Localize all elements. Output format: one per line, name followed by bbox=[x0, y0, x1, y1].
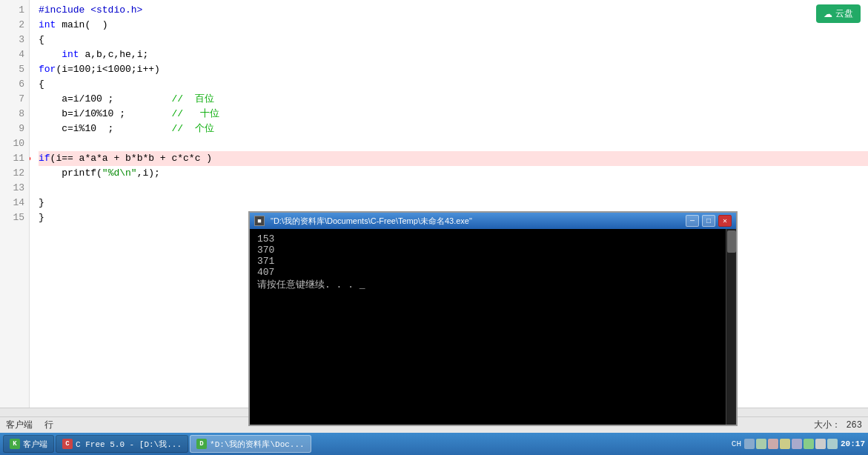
taskbar-label-terminal: *D:\我的资料库\Doc... bbox=[210, 439, 305, 450]
code-line-2: int main( ) bbox=[39, 18, 868, 33]
taskbar-icon-kehu: K bbox=[10, 439, 20, 449]
status-right: 大小： 263 bbox=[814, 419, 862, 431]
code-line-7: a=i/100 ; // 百位 bbox=[39, 92, 868, 107]
tray-icon-5 bbox=[792, 439, 802, 449]
code-line-8: b=i/10%10 ; // 十位 bbox=[39, 107, 868, 122]
terminal-line-3: 371 bbox=[257, 256, 729, 267]
taskbar-label-kehu: 客户端 bbox=[23, 439, 47, 450]
tray-icon-4 bbox=[780, 439, 790, 449]
code-line-10 bbox=[39, 136, 868, 151]
terminal-body-container: 153 370 371 407 请按任意键继续. . . _ bbox=[250, 229, 736, 425]
terminal-line-5: 请按任意键继续. . . _ bbox=[257, 278, 729, 291]
row-label: 行 bbox=[44, 419, 53, 431]
taskbar-item-kehu[interactable]: K 客户端 bbox=[3, 435, 54, 453]
code-line-12: printf("%d\n",i); bbox=[39, 166, 868, 181]
tray-icon-3 bbox=[768, 439, 778, 449]
tray-icon-network bbox=[827, 439, 838, 449]
taskbar-item-terminal[interactable]: D *D:\我的资料库\Doc... bbox=[190, 435, 311, 453]
tray-icon-speaker bbox=[815, 439, 826, 449]
terminal-titlebar: ■ "D:\我的资料库\Documents\C-Free\Temp\未命名43.… bbox=[250, 213, 736, 229]
code-line-6: { bbox=[39, 77, 868, 92]
taskbar-label-cfree: C Free 5.0 - [D:\我... bbox=[76, 439, 182, 450]
taskbar-right: CH 20:17 bbox=[732, 439, 865, 449]
terminal-scrollbar-thumb[interactable] bbox=[727, 230, 736, 253]
code-line-14: } bbox=[39, 196, 868, 210]
terminal-scrollbar[interactable] bbox=[726, 229, 736, 425]
taskbar-icon-cfree: C bbox=[62, 439, 73, 449]
close-button[interactable]: ✕ bbox=[718, 215, 732, 227]
cloud-button[interactable]: ☁ 云盘 bbox=[816, 4, 861, 23]
code-line-11: ● if(i== a*a*a + b*b*b + c*c*c ) bbox=[39, 151, 868, 166]
terminal-output: 153 370 371 407 请按任意键继续. . . _ bbox=[250, 229, 736, 425]
taskbar: K 客户端 C C Free 5.0 - [D:\我... D *D:\我的资料… bbox=[0, 433, 868, 455]
terminal-title: "D:\我的资料库\Documents\C-Free\Temp\未命名43.ex… bbox=[271, 216, 683, 227]
terminal-line-4: 407 bbox=[257, 267, 729, 278]
code-line-1: #include <stdio.h> bbox=[39, 3, 868, 18]
terminal-line-1: 153 bbox=[257, 233, 729, 245]
taskbar-time: 20:17 bbox=[841, 439, 865, 448]
code-line-5: for(i=100;i<1000;i++) bbox=[39, 62, 868, 77]
taskbar-ch-label: CH bbox=[732, 439, 741, 448]
taskbar-icon-terminal: D bbox=[196, 439, 207, 449]
terminal-line-2: 370 bbox=[257, 245, 729, 256]
line-numbers: 1 2 3 4 5 6 7 8 9 10 11 12 13 14 15 bbox=[0, 0, 30, 411]
tray-icon-2 bbox=[756, 439, 766, 449]
code-line-9: c=i%10 ; // 个位 bbox=[39, 122, 868, 136]
tray-icon-1 bbox=[744, 439, 755, 449]
restore-button[interactable]: □ bbox=[702, 215, 715, 227]
cloud-icon: ☁ bbox=[824, 9, 832, 19]
error-marker: ● bbox=[30, 151, 31, 166]
code-line-13 bbox=[39, 181, 868, 196]
client-label: 客户端 bbox=[6, 419, 33, 431]
code-line-3: { bbox=[39, 33, 868, 47]
taskbar-item-cfree[interactable]: C C Free 5.0 - [D:\我... bbox=[56, 435, 188, 453]
tray-icon-6 bbox=[804, 439, 814, 449]
code-line-4: int a,b,c,he,i; bbox=[39, 47, 868, 62]
minimize-button[interactable]: ─ bbox=[686, 215, 699, 227]
cloud-label: 云盘 bbox=[835, 7, 853, 20]
terminal-window: ■ "D:\我的资料库\Documents\C-Free\Temp\未命名43.… bbox=[248, 211, 738, 426]
size-label: 大小： 263 bbox=[814, 419, 862, 431]
terminal-app-icon: ■ bbox=[254, 216, 265, 226]
system-tray bbox=[744, 439, 838, 449]
